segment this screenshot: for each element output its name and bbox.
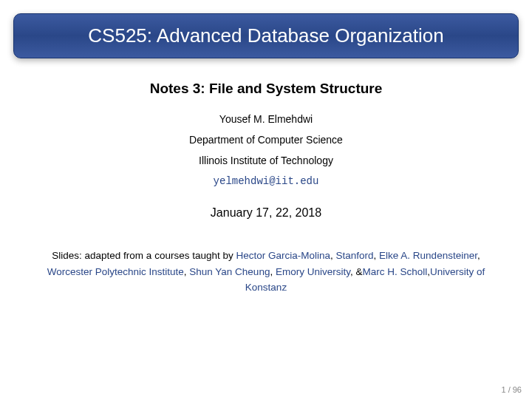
slide-title: CS525: Advanced Database Organization	[29, 24, 503, 47]
credit-link-emory[interactable]: Emory University	[276, 266, 350, 277]
slide-content: Notes 3: File and System Structure Youse…	[0, 58, 532, 296]
credit-link-scholl[interactable]: Marc H. Scholl	[362, 266, 427, 277]
slide-date: January 17, 22, 2018	[22, 206, 510, 220]
credit-link-stanford[interactable]: Stanford	[336, 250, 374, 261]
credits-sep: ,	[270, 266, 276, 277]
department: Department of Computer Science	[22, 134, 510, 146]
email-link[interactable]: yelmehdwi@iit.edu	[22, 175, 510, 187]
credit-link-cheung[interactable]: Shun Yan Cheung	[189, 266, 270, 277]
credits-sep: ,	[477, 250, 480, 261]
title-bar: CS525: Advanced Database Organization	[13, 13, 519, 58]
institution: Illinois Institute of Technology	[22, 155, 510, 166]
page-number: 1 / 96	[501, 385, 522, 394]
credits-sep: ,	[330, 250, 336, 261]
credits-text: Slides: adapted from a courses taught by…	[22, 248, 510, 296]
author-name: Yousef M. Elmehdwi	[22, 113, 510, 125]
credits-prefix: Slides: adapted from a courses taught by	[52, 250, 236, 261]
slide-subtitle: Notes 3: File and System Structure	[22, 81, 510, 97]
credits-sep: , &	[350, 266, 363, 277]
credit-link-rundensteiner[interactable]: Elke A. Rundensteiner	[379, 250, 477, 261]
credit-link-garcia-molina[interactable]: Hector Garcia-Molina	[236, 250, 330, 261]
credits-sep: ,	[374, 250, 380, 261]
credit-link-wpi[interactable]: Worcester Polytechnic Institute	[47, 266, 184, 277]
